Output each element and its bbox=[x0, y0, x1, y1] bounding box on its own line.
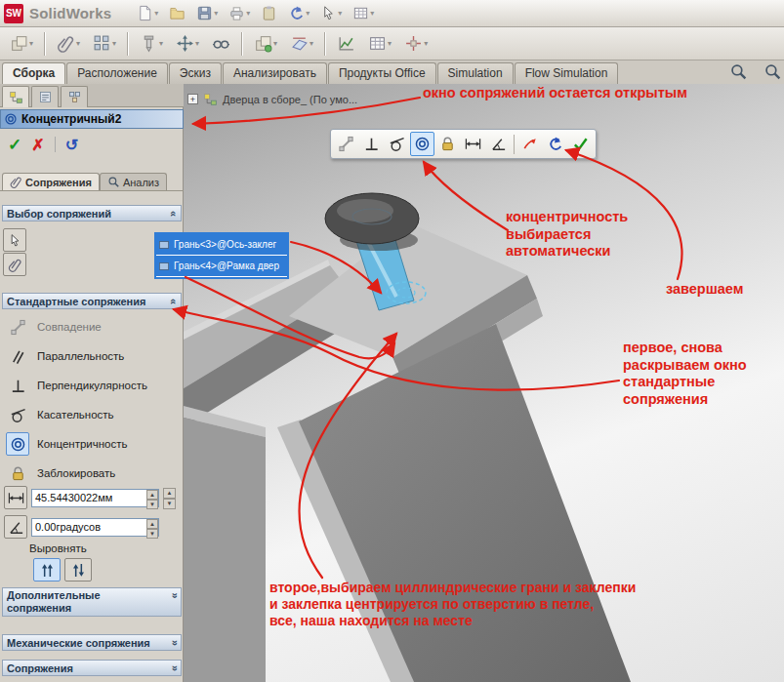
distance-button[interactable] bbox=[461, 132, 485, 156]
angle-button[interactable] bbox=[486, 132, 511, 156]
dropdown-icon[interactable]: ▾ bbox=[195, 39, 199, 48]
mate-selections-button[interactable] bbox=[3, 228, 26, 252]
tab-assembly[interactable]: Сборка bbox=[2, 62, 65, 84]
list-item[interactable]: Грань<3>@Ось-заклег bbox=[156, 234, 287, 255]
flip-alignment-button[interactable] bbox=[517, 132, 542, 156]
parallel-icon bbox=[6, 344, 29, 368]
lock-button[interactable] bbox=[435, 132, 460, 156]
tree-expand-icon[interactable]: + bbox=[187, 94, 198, 104]
new-motion-study-button[interactable] bbox=[335, 32, 357, 55]
tab-sketch[interactable]: Эскиз bbox=[169, 62, 222, 84]
coincident-button[interactable] bbox=[334, 132, 358, 156]
dropdown-icon[interactable]: ▾ bbox=[76, 39, 80, 48]
zoom-fit-icon[interactable] bbox=[763, 62, 782, 81]
undo-mate-button[interactable]: ↺ bbox=[65, 136, 78, 154]
tangent-button[interactable] bbox=[385, 132, 409, 156]
show-hidden-components-button[interactable] bbox=[210, 32, 232, 55]
tab-office-products[interactable]: Продукты Office bbox=[328, 62, 436, 84]
mate-row-lock[interactable]: Заблокировать bbox=[2, 461, 182, 486]
undo-button[interactable] bbox=[543, 132, 567, 156]
standard-mates-header[interactable]: Стандартные сопряжения « bbox=[2, 293, 182, 309]
tab-evaluate[interactable]: Анализировать bbox=[223, 62, 327, 84]
tab-mates[interactable]: Сопряжения bbox=[2, 173, 100, 190]
mate-row-tangent[interactable]: Касательность bbox=[2, 402, 182, 427]
dropdown-icon[interactable]: ▾ bbox=[388, 39, 392, 48]
options-button[interactable]: ▾ bbox=[351, 3, 376, 23]
dropdown-icon[interactable]: ▾ bbox=[309, 39, 313, 48]
smart-fasteners-button[interactable]: ▾ bbox=[138, 32, 165, 55]
assembly-name: Дверца в сборе_ (По умо... bbox=[223, 94, 357, 105]
tab-simulation[interactable]: Simulation bbox=[437, 62, 514, 84]
list-item[interactable]: Грань<4>@Рамка двер bbox=[156, 256, 287, 276]
distance-thumbwheel[interactable]: ▲▼ bbox=[163, 488, 176, 507]
dropdown-icon[interactable]: ▾ bbox=[273, 39, 277, 48]
assembly-features-button[interactable]: ▾ bbox=[252, 32, 279, 55]
dropdown-icon[interactable]: ▾ bbox=[370, 9, 374, 18]
concentric-button[interactable] bbox=[410, 132, 434, 156]
mate-button[interactable]: ▾ bbox=[55, 32, 82, 55]
ok-button[interactable] bbox=[568, 132, 593, 156]
angle-input[interactable] bbox=[31, 518, 159, 537]
mate-row-concentric[interactable]: Концентричность bbox=[2, 431, 182, 457]
select-cursor-button[interactable]: ▾ bbox=[318, 3, 344, 23]
dropdown-icon[interactable]: ▾ bbox=[214, 9, 218, 18]
dropdown-icon[interactable]: ▾ bbox=[159, 39, 163, 48]
dropdown-icon[interactable]: ▾ bbox=[29, 39, 33, 48]
multiple-mate-button[interactable] bbox=[3, 253, 26, 276]
expand-chevron-icon[interactable]: « bbox=[167, 592, 180, 598]
mate-row-perpendicular[interactable]: Перпендикулярность bbox=[2, 373, 182, 398]
face-icon bbox=[158, 239, 170, 251]
advanced-mates-header[interactable]: Дополнительные сопряжения « bbox=[2, 587, 182, 617]
zoom-area-icon[interactable] bbox=[729, 62, 748, 81]
angle-spinner[interactable]: ▲▼ bbox=[146, 519, 158, 536]
move-component-button[interactable]: ▾ bbox=[174, 32, 201, 55]
dropdown-icon[interactable]: ▾ bbox=[246, 9, 250, 18]
distance-spinner[interactable]: ▲▼ bbox=[146, 490, 158, 506]
reference-geometry-button[interactable]: ▾ bbox=[288, 32, 315, 55]
tab-property-manager[interactable] bbox=[31, 86, 59, 107]
mechanical-mates-header[interactable]: Механические сопряжения « bbox=[2, 634, 182, 651]
mate-row-coincident[interactable]: Совпадение bbox=[2, 314, 182, 340]
print-button[interactable]: ▾ bbox=[227, 3, 252, 23]
collapse-chevron-icon[interactable]: « bbox=[168, 210, 180, 216]
mates-list-header[interactable]: Сопряжения « bbox=[2, 660, 182, 676]
aligned-button[interactable] bbox=[33, 558, 61, 582]
paste-button[interactable] bbox=[259, 3, 279, 23]
cancel-button[interactable]: ✗ bbox=[31, 136, 44, 154]
dropdown-icon[interactable]: ▾ bbox=[112, 39, 116, 48]
expand-chevron-icon[interactable]: « bbox=[168, 639, 180, 645]
ok-button[interactable]: ✓ bbox=[8, 135, 21, 155]
dropdown-icon[interactable]: ▾ bbox=[424, 39, 428, 48]
perpendicular-icon bbox=[6, 374, 29, 397]
anti-aligned-button[interactable] bbox=[64, 558, 92, 582]
dropdown-icon[interactable]: ▾ bbox=[154, 9, 158, 18]
tab-layout[interactable]: Расположение bbox=[66, 62, 168, 84]
save-button[interactable]: ▾ bbox=[194, 3, 220, 23]
tab-configuration-manager[interactable] bbox=[61, 86, 88, 107]
mate-selections-header[interactable]: Выбор сопряжений « bbox=[2, 205, 182, 221]
perpendicular-button[interactable] bbox=[359, 132, 384, 156]
distance-icon[interactable] bbox=[4, 486, 27, 509]
angle-row: ▲▼ bbox=[2, 515, 182, 539]
distance-input[interactable] bbox=[31, 489, 159, 507]
tab-analysis[interactable]: Анализ bbox=[100, 173, 167, 190]
tab-flow-simulation[interactable]: Flow Simulation bbox=[515, 62, 619, 84]
new-document-button[interactable]: ▾ bbox=[135, 3, 160, 23]
collapse-chevron-icon[interactable]: « bbox=[168, 298, 180, 303]
insert-component-button[interactable]: ▾ bbox=[8, 32, 35, 55]
standard-toolbar: ▾ ▾ ▾ ▾ ▾ ▾ bbox=[135, 3, 376, 23]
tab-analysis-label: Анализ bbox=[123, 177, 159, 188]
bill-of-materials-button[interactable]: ▾ bbox=[366, 32, 393, 55]
expand-chevron-icon[interactable]: « bbox=[168, 664, 180, 670]
angle-icon[interactable] bbox=[4, 515, 27, 539]
dropdown-icon[interactable]: ▾ bbox=[338, 9, 342, 18]
open-document-button[interactable] bbox=[167, 3, 187, 23]
undo-button[interactable]: ▾ bbox=[286, 3, 311, 23]
exploded-view-button[interactable]: ▾ bbox=[402, 32, 430, 55]
app-name: SolidWorks bbox=[29, 5, 111, 21]
tab-feature-manager[interactable] bbox=[2, 86, 29, 107]
dropdown-icon[interactable]: ▾ bbox=[306, 9, 309, 18]
mate-row-parallel[interactable]: Параллельность bbox=[2, 343, 182, 369]
component-pattern-button[interactable]: ▾ bbox=[91, 32, 118, 55]
coincident-icon bbox=[6, 315, 29, 339]
